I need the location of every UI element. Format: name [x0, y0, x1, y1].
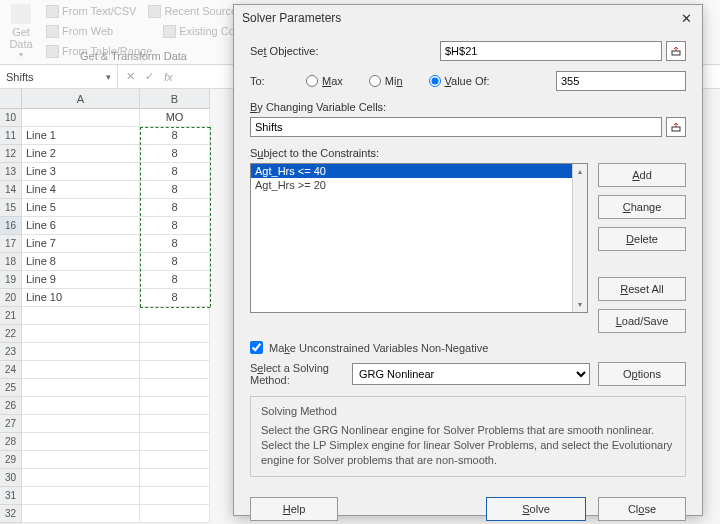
add-button[interactable]: Add — [598, 163, 686, 187]
cell[interactable]: Line 7 — [22, 235, 140, 253]
cell[interactable]: Line 3 — [22, 163, 140, 181]
col-header-a[interactable]: A — [22, 89, 140, 109]
scrollbar[interactable]: ▴▾ — [572, 164, 587, 312]
row-header[interactable]: 32 — [0, 505, 22, 523]
recent-sources-button[interactable]: Recent Sources — [144, 5, 246, 18]
cell[interactable] — [22, 343, 140, 361]
cell[interactable] — [22, 433, 140, 451]
scroll-down-icon[interactable]: ▾ — [573, 297, 587, 312]
cell[interactable]: 8 — [140, 253, 210, 271]
row-header[interactable]: 20 — [0, 289, 22, 307]
cell[interactable]: 8 — [140, 199, 210, 217]
cell[interactable]: Line 5 — [22, 199, 140, 217]
cell[interactable] — [22, 397, 140, 415]
cell[interactable] — [140, 469, 210, 487]
col-header-b[interactable]: B — [140, 89, 210, 109]
cell[interactable] — [140, 379, 210, 397]
ref-select-button[interactable] — [666, 117, 686, 137]
cell[interactable]: 8 — [140, 217, 210, 235]
cell[interactable]: Line 9 — [22, 271, 140, 289]
row-header[interactable]: 30 — [0, 469, 22, 487]
min-radio[interactable]: Min — [369, 75, 403, 87]
row-header[interactable]: 22 — [0, 325, 22, 343]
close-icon[interactable]: ✕ — [678, 11, 694, 26]
cell[interactable]: 8 — [140, 181, 210, 199]
cell[interactable] — [140, 307, 210, 325]
cell[interactable] — [22, 109, 140, 127]
row-header[interactable]: 31 — [0, 487, 22, 505]
row-header[interactable]: 26 — [0, 397, 22, 415]
cell[interactable] — [140, 397, 210, 415]
cell[interactable]: Line 8 — [22, 253, 140, 271]
row-header[interactable]: 29 — [0, 451, 22, 469]
cell[interactable] — [22, 361, 140, 379]
delete-button[interactable]: Delete — [598, 227, 686, 251]
cell[interactable]: 8 — [140, 127, 210, 145]
enter-icon[interactable]: ✓ — [145, 70, 154, 83]
from-web-button[interactable]: From Web — [42, 25, 117, 38]
cell[interactable]: MO — [140, 109, 210, 127]
constraints-listbox[interactable]: Agt_Hrs <= 40 Agt_Hrs >= 20 ▴▾ — [250, 163, 588, 313]
constraint-item[interactable]: Agt_Hrs <= 40 — [251, 164, 587, 178]
cell[interactable] — [22, 487, 140, 505]
row-header[interactable]: 24 — [0, 361, 22, 379]
row-header[interactable]: 17 — [0, 235, 22, 253]
options-button[interactable]: Options — [598, 362, 686, 386]
row-header[interactable]: 21 — [0, 307, 22, 325]
cell[interactable] — [22, 379, 140, 397]
select-all-corner[interactable] — [0, 89, 22, 109]
cell[interactable] — [22, 505, 140, 523]
dialog-titlebar[interactable]: Solver Parameters ✕ — [234, 5, 702, 31]
solve-button[interactable]: Solve — [486, 497, 586, 521]
row-header[interactable]: 14 — [0, 181, 22, 199]
cell[interactable] — [140, 487, 210, 505]
unconstrained-checkbox[interactable] — [250, 341, 263, 354]
row-header[interactable]: 10 — [0, 109, 22, 127]
cell[interactable] — [140, 451, 210, 469]
cell[interactable]: Line 6 — [22, 217, 140, 235]
row-header[interactable]: 27 — [0, 415, 22, 433]
row-header[interactable]: 16 — [0, 217, 22, 235]
help-button[interactable]: Help — [250, 497, 338, 521]
get-data-button[interactable]: Get Data ▾ — [6, 4, 36, 59]
row-header[interactable]: 28 — [0, 433, 22, 451]
ref-select-button[interactable] — [666, 41, 686, 61]
cell[interactable]: 8 — [140, 289, 210, 307]
row-header[interactable]: 23 — [0, 343, 22, 361]
cell[interactable] — [140, 343, 210, 361]
cell[interactable]: 8 — [140, 145, 210, 163]
cell[interactable] — [22, 469, 140, 487]
cell[interactable] — [140, 361, 210, 379]
row-header[interactable]: 19 — [0, 271, 22, 289]
row-header[interactable]: 15 — [0, 199, 22, 217]
max-radio[interactable]: Max — [306, 75, 343, 87]
valueof-input[interactable] — [556, 71, 686, 91]
solving-method-select[interactable]: GRG Nonlinear — [352, 363, 590, 385]
scroll-up-icon[interactable]: ▴ — [573, 164, 587, 179]
row-header[interactable]: 11 — [0, 127, 22, 145]
cancel-icon[interactable]: ✕ — [126, 70, 135, 83]
cell[interactable] — [140, 505, 210, 523]
objective-input[interactable] — [440, 41, 662, 61]
row-header[interactable]: 13 — [0, 163, 22, 181]
row-header[interactable]: 12 — [0, 145, 22, 163]
cell[interactable]: 8 — [140, 271, 210, 289]
close-button[interactable]: Close — [598, 497, 686, 521]
cell[interactable] — [140, 433, 210, 451]
cell[interactable] — [140, 325, 210, 343]
constraint-item[interactable]: Agt_Hrs >= 20 — [251, 178, 587, 192]
cell[interactable]: Line 2 — [22, 145, 140, 163]
cell[interactable]: 8 — [140, 163, 210, 181]
cell[interactable] — [22, 415, 140, 433]
cell[interactable]: Line 1 — [22, 127, 140, 145]
cell[interactable] — [22, 307, 140, 325]
cell[interactable] — [22, 325, 140, 343]
fx-icon[interactable]: fx — [164, 71, 173, 83]
cell[interactable]: 8 — [140, 235, 210, 253]
reset-all-button[interactable]: Reset All — [598, 277, 686, 301]
chevron-down-icon[interactable]: ▾ — [106, 72, 111, 82]
cell[interactable]: Line 4 — [22, 181, 140, 199]
valueof-radio[interactable]: Value Of: — [429, 75, 490, 87]
load-save-button[interactable]: Load/Save — [598, 309, 686, 333]
cell[interactable]: Line 10 — [22, 289, 140, 307]
